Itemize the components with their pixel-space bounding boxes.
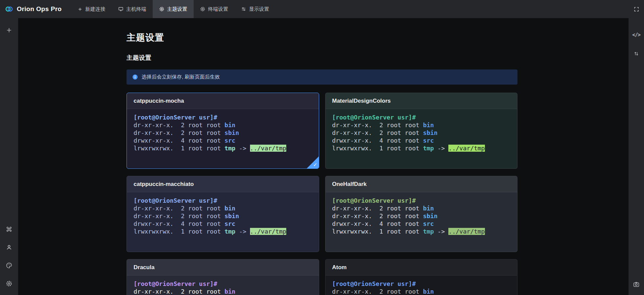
right-sidebar: </> bbox=[629, 18, 644, 295]
terminal-text: dr-xr-xr-x. 2 root root bbox=[332, 212, 423, 219]
terminal-text: sbin bbox=[225, 212, 239, 219]
terminal-text: bin bbox=[225, 205, 236, 212]
terminal-text: dr-xr-xr-x. 2 root root bbox=[332, 129, 423, 136]
theme-card-OneHalfDark[interactable]: OneHalfDark[root@OrionServer usr]#dr-xr-… bbox=[325, 176, 518, 252]
brand: Orion Ops Pro bbox=[0, 5, 71, 13]
code-snippets-button[interactable]: </> bbox=[631, 30, 642, 40]
terminal-line: [root@OrionServer usr]# bbox=[332, 113, 511, 121]
terminal-text: ../var/tmp bbox=[250, 145, 286, 152]
alert-text: 选择后会立刻保存, 刷新页面后生效 bbox=[142, 74, 220, 80]
terminal-line: drwxr-xr-x. 4 root root src bbox=[332, 137, 511, 144]
terminal-text: src bbox=[423, 137, 434, 144]
theme-card-title: catppuccin-mocha bbox=[127, 93, 319, 109]
terminal-text: ../var/tmp bbox=[250, 228, 286, 235]
terminal-text: [root@OrionServer usr]# bbox=[332, 197, 416, 204]
left-rail-bottom-group bbox=[4, 224, 14, 289]
terminal-text: dr-xr-xr-x. 2 root root bbox=[134, 129, 225, 136]
code-icon: </> bbox=[632, 32, 640, 38]
settings-button[interactable] bbox=[4, 278, 14, 289]
page-title: 主题设置 bbox=[127, 32, 517, 44]
terminal-text: lrwxrwxrwx. 1 root root bbox=[332, 145, 423, 152]
nav-item-display-settings[interactable]: 显示设置 bbox=[235, 0, 276, 18]
right-rail-bottom-group bbox=[631, 279, 642, 290]
user-icon bbox=[6, 244, 12, 251]
terminal-line: [root@OrionServer usr]# bbox=[134, 197, 312, 204]
add-tab-button[interactable] bbox=[4, 25, 14, 36]
terminal-text: [root@OrionServer usr]# bbox=[134, 114, 217, 121]
terminal-text: dr-xr-xr-x. 2 root root bbox=[332, 121, 423, 129]
terminal-text: sbin bbox=[225, 129, 239, 136]
terminal-line: dr-xr-xr-x. 2 root root sbin bbox=[332, 129, 511, 137]
user-button[interactable] bbox=[4, 242, 14, 253]
terminal-text: tmp bbox=[423, 228, 434, 235]
sort-button[interactable] bbox=[631, 48, 642, 59]
terminal-text: ../var/tmp bbox=[448, 145, 485, 152]
terminal-preview: [root@OrionServer usr]#dr-xr-xr-x. 2 roo… bbox=[326, 192, 517, 240]
camera-icon bbox=[633, 281, 640, 288]
terminal-line: dr-xr-xr-x. 2 root root sbin bbox=[134, 129, 312, 137]
plus-icon bbox=[6, 27, 12, 34]
theme-card-Dracula[interactable]: Dracula[root@OrionServer usr]#dr-xr-xr-x… bbox=[127, 259, 319, 295]
terminal-line: [root@OrionServer usr]# bbox=[332, 280, 511, 288]
terminal-text: tmp bbox=[225, 145, 236, 152]
terminal-text: bin bbox=[225, 288, 236, 295]
terminal-line: drwxr-xr-x. 4 root root src bbox=[332, 220, 511, 228]
fullscreen-icon[interactable] bbox=[629, 0, 644, 18]
terminal-text: bin bbox=[423, 288, 434, 295]
theme-card-catppuccin-macchiato[interactable]: catppuccin-macchiato[root@OrionServer us… bbox=[127, 176, 319, 252]
theme-card-Atom[interactable]: Atom[root@OrionServer usr]#dr-xr-xr-x. 2… bbox=[325, 259, 518, 295]
terminal-preview: [root@OrionServer usr]#dr-xr-xr-x. 2 roo… bbox=[127, 192, 319, 240]
terminal-text: src bbox=[423, 220, 434, 227]
nav-item-label: 新建连接 bbox=[85, 6, 105, 12]
theme-card-title: MaterialDesignColors bbox=[326, 93, 517, 109]
terminal-text: [root@OrionServer usr]# bbox=[134, 197, 217, 204]
terminal-text: src bbox=[225, 220, 236, 227]
nav-item-host-terminal[interactable]: 主机终端 bbox=[112, 0, 153, 18]
terminal-line: lrwxrwxrwx. 1 root root tmp -> ../var/tm… bbox=[332, 228, 511, 235]
theme-card-title: catppuccin-macchiato bbox=[127, 176, 319, 192]
theme-palette-button[interactable] bbox=[4, 260, 14, 271]
terminal-text: lrwxrwxrwx. 1 root root bbox=[134, 228, 225, 235]
nav-item-theme-settings[interactable]: 主题设置 bbox=[153, 0, 194, 18]
screenshot-button[interactable] bbox=[631, 279, 642, 290]
app-title: Orion Ops Pro bbox=[17, 5, 62, 13]
terminal-text: dr-xr-xr-x. 2 root root bbox=[134, 121, 225, 129]
sliders-icon bbox=[241, 6, 246, 12]
nav-item-terminal-settings[interactable]: 终端设置 bbox=[194, 0, 235, 18]
theme-card-catppuccin-mocha[interactable]: catppuccin-mocha[root@OrionServer usr]#d… bbox=[127, 93, 319, 169]
command-palette-button[interactable] bbox=[4, 224, 14, 235]
left-sidebar bbox=[0, 18, 18, 295]
terminal-line: lrwxrwxrwx. 1 root root tmp -> ../var/tm… bbox=[332, 144, 511, 152]
terminal-line: dr-xr-xr-x. 2 root root sbin bbox=[332, 212, 511, 220]
terminal-text: [root@OrionServer usr]# bbox=[332, 280, 416, 287]
info-icon bbox=[132, 74, 138, 80]
terminal-text: [root@OrionServer usr]# bbox=[332, 114, 416, 121]
terminal-line: dr-xr-xr-x. 2 root root bin bbox=[332, 121, 511, 129]
theme-card-title: Atom bbox=[326, 259, 517, 276]
theme-card-title: OneHalfDark bbox=[326, 176, 517, 192]
section-title: 主题设置 bbox=[127, 54, 517, 62]
terminal-text: sbin bbox=[423, 129, 437, 136]
terminal-text: -> bbox=[235, 145, 250, 152]
terminal-line: drwxr-xr-x. 4 root root src bbox=[134, 137, 312, 144]
terminal-text: lrwxrwxrwx. 1 root root bbox=[332, 228, 423, 235]
terminal-text: -> bbox=[235, 228, 250, 235]
gear-icon bbox=[159, 6, 164, 12]
terminal-text: tmp bbox=[225, 228, 236, 235]
theme-card-MaterialDesignColors[interactable]: MaterialDesignColors[root@OrionServer us… bbox=[325, 93, 518, 169]
terminal-text: bin bbox=[225, 121, 236, 129]
terminal-text: dr-xr-xr-x. 2 root root bbox=[134, 288, 225, 295]
theme-grid: catppuccin-mocha[root@OrionServer usr]#d… bbox=[127, 93, 517, 295]
check-icon: ✓ bbox=[313, 162, 317, 168]
terminal-text: -> bbox=[434, 145, 448, 152]
top-navbar: Orion Ops Pro 新建连接 主机终端 主题设置 终端设置 显示设置 bbox=[0, 0, 644, 18]
terminal-line: dr-xr-xr-x. 2 root root bin bbox=[134, 121, 312, 129]
theme-card-title: Dracula bbox=[127, 259, 319, 276]
terminal-monitor-icon bbox=[118, 6, 123, 12]
gear-icon bbox=[6, 280, 12, 287]
terminal-text: dr-xr-xr-x. 2 root root bbox=[134, 212, 225, 219]
terminal-text: -> bbox=[434, 228, 448, 235]
app-logo-icon bbox=[5, 5, 13, 13]
nav-item-new-connection[interactable]: 新建连接 bbox=[71, 0, 112, 18]
terminal-line: dr-xr-xr-x. 2 root root bin bbox=[332, 204, 511, 212]
